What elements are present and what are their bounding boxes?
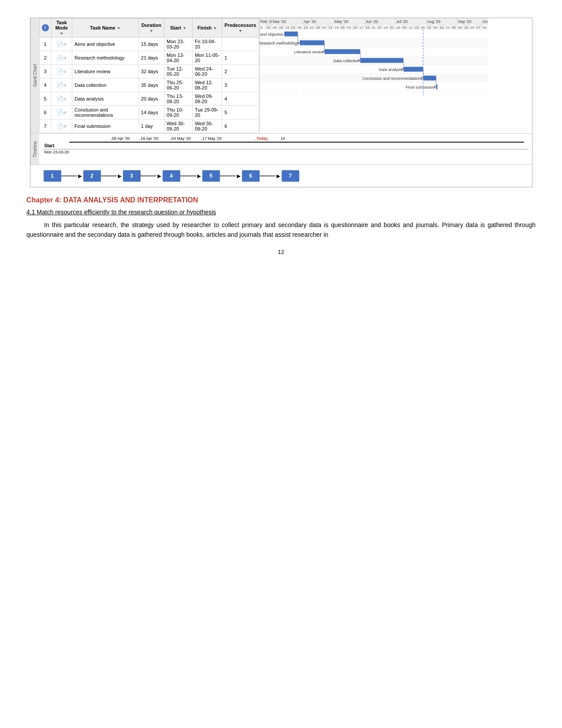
col-task-mode: Task Mode ▼ xyxy=(51,19,72,37)
start-sort[interactable]: ▼ xyxy=(182,26,186,30)
svg-text:22: 22 xyxy=(310,26,314,30)
task-mode-sort[interactable]: ▼ xyxy=(60,31,63,36)
svg-rect-147 xyxy=(324,49,360,54)
svg-text:6: 6 xyxy=(261,26,263,30)
svg-text:03: 03 xyxy=(347,26,351,30)
timeline-marker-1: ,05 Apr '20 xyxy=(111,136,130,141)
svg-text:16: 16 xyxy=(439,26,443,30)
gantt-bars-svg: Feb '20Mar '20Apr '20May '20Jun '20Jul '… xyxy=(260,18,488,96)
timeline-start-label: Start xyxy=(45,143,55,148)
network-diagram-section: 1 ► 2 ► 3 ► 4 ► 5 ► xyxy=(30,164,532,187)
timeline-marker-6: 14 xyxy=(281,136,285,141)
svg-text:15: 15 xyxy=(304,26,308,30)
cell-duration: 1 day xyxy=(138,119,164,133)
network-node-4: 4 xyxy=(163,170,180,182)
svg-text:30: 30 xyxy=(452,26,456,30)
svg-text:27: 27 xyxy=(476,26,480,30)
col-finish: Finish ▼ xyxy=(192,19,222,37)
svg-text:26: 26 xyxy=(421,26,425,30)
cell-id: 6 xyxy=(39,106,51,119)
svg-rect-137 xyxy=(284,32,298,37)
table-row: 1 📄↺ Aims and objective 15 days Mon 23-0… xyxy=(39,37,259,51)
pred-sort[interactable]: ▼ xyxy=(238,29,242,33)
task-name-sort[interactable]: ▼ xyxy=(117,26,121,30)
network-node-1: 1 xyxy=(44,170,61,182)
cell-mode: 📄↺ xyxy=(51,106,72,119)
cell-id: 4 xyxy=(39,78,51,92)
network-node-3: 3 xyxy=(123,170,141,182)
cell-start: Mon 23-03-20 xyxy=(164,37,193,51)
col-info: i xyxy=(39,19,51,37)
svg-text:12: 12 xyxy=(409,26,413,30)
svg-text:13: 13 xyxy=(464,26,468,30)
svg-text:Oct: Oct xyxy=(483,19,488,24)
col-start: Start ▼ xyxy=(164,19,193,37)
svg-text:Aug '20: Aug '20 xyxy=(427,19,440,24)
cell-predecessors: 4 xyxy=(222,92,259,106)
col-duration[interactable]: Duration ▼ xyxy=(138,19,164,37)
svg-rect-157 xyxy=(403,67,423,72)
cell-id: 7 xyxy=(39,119,51,133)
timeline-sidebar-label: Timeline xyxy=(30,134,39,164)
svg-text:21: 21 xyxy=(390,26,394,30)
cell-predecessors: 1 xyxy=(222,51,259,65)
timeline-section: Timeline Start Mon 23-03-20 ,05 Apr '20 … xyxy=(30,133,532,164)
table-header-row: i Task Mode ▼ Task Name ▼ Dura xyxy=(39,19,259,37)
table-row: 4 📄↺ Data collection 35 days Thu 25-06-2… xyxy=(39,78,259,92)
cell-name: Conclusion and recommendations xyxy=(72,106,139,119)
cell-mode: 📄↺ xyxy=(51,65,72,78)
svg-text:Literature review: Literature review xyxy=(294,50,324,54)
svg-text:29: 29 xyxy=(316,26,320,30)
svg-text:Apr '20: Apr '20 xyxy=(304,19,316,24)
svg-rect-134 xyxy=(260,65,488,74)
network-node-2: 2 xyxy=(83,170,101,182)
table-row: 7 📄↺ Final submission 1 day Wed 30-09-20… xyxy=(39,119,259,133)
finish-sort[interactable]: ▼ xyxy=(213,26,217,30)
cell-duration: 20 days xyxy=(138,92,164,106)
network-node-7: 7 xyxy=(282,170,299,182)
duration-sort[interactable]: ▼ xyxy=(149,29,153,33)
cell-start: Mon 13-04-20 xyxy=(164,51,193,65)
svg-text:19: 19 xyxy=(335,26,339,30)
svg-text:02: 02 xyxy=(267,26,271,30)
cell-mode: 📄↺ xyxy=(51,92,72,106)
svg-text:04: 04 xyxy=(483,26,487,30)
svg-text:05: 05 xyxy=(402,26,406,30)
cell-finish: Wed 12-08-20 xyxy=(192,78,222,92)
svg-text:Mar '20: Mar '20 xyxy=(273,19,286,24)
svg-text:07: 07 xyxy=(378,26,382,30)
svg-text:Aims and objective: Aims and objective xyxy=(260,32,283,37)
cell-start: Thu 25-06-20 xyxy=(164,78,193,92)
cell-start: Thu 10-09-20 xyxy=(164,106,193,119)
task-table: i Task Mode ▼ Task Name ▼ Dura xyxy=(39,18,259,133)
cell-name: Final submission xyxy=(72,119,139,133)
section-title: Match resources efficiently to the resea… xyxy=(37,209,216,216)
svg-text:09: 09 xyxy=(273,26,277,30)
svg-text:01: 01 xyxy=(291,26,295,30)
svg-text:24: 24 xyxy=(365,26,369,30)
svg-text:Conclusion and recommendations: Conclusion and recommendations xyxy=(362,76,422,81)
cell-predecessors xyxy=(222,37,259,51)
cell-finish: Wed 24-06-20 xyxy=(192,65,222,78)
cell-predecessors: 2 xyxy=(222,65,259,78)
svg-text:06: 06 xyxy=(458,26,462,30)
gantt-top-area: Gantt Chart i Task Mode ▼ xyxy=(30,18,532,133)
svg-rect-162 xyxy=(423,76,436,81)
svg-text:31: 31 xyxy=(372,26,376,30)
cell-mode: 📄↺ xyxy=(51,119,72,133)
cell-finish: Tue 29-09-20 xyxy=(192,106,222,119)
svg-text:Final submission: Final submission xyxy=(406,85,435,90)
table-row: 2 📄↺ Research methodology 21 days Mon 13… xyxy=(39,51,259,65)
cell-name: Research methodology xyxy=(72,51,139,65)
svg-text:Feb '20: Feb '20 xyxy=(261,19,274,24)
svg-rect-136 xyxy=(260,82,488,91)
cell-id: 5 xyxy=(39,92,51,106)
svg-text:19: 19 xyxy=(415,26,419,30)
cell-duration: 21 days xyxy=(138,51,164,65)
gantt-right-panel: Feb '20Mar '20Apr '20May '20Jun '20Jul '… xyxy=(260,18,532,133)
chapter-heading: Chapter 4: DATA ANALYSIS AND INTERPRETAT… xyxy=(26,196,536,204)
table-row: 6 📄↺ Conclusion and recommendations 14 d… xyxy=(39,106,259,119)
section-heading: 4.1 Match resources efficiently to the r… xyxy=(26,209,536,216)
cell-predecessors: 3 xyxy=(222,78,259,92)
network-node-5: 5 xyxy=(202,170,220,182)
